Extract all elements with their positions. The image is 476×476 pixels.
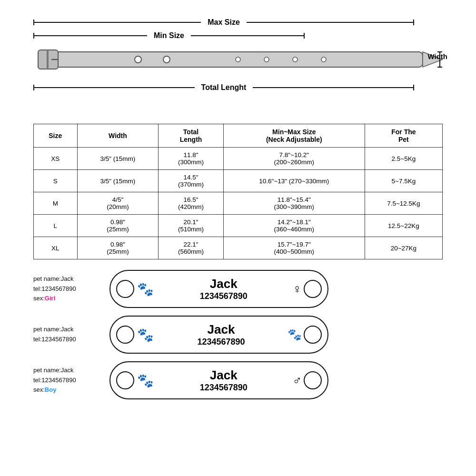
- tag-paw-icon: 🐾: [137, 327, 154, 343]
- table-row: XL0.98"(25mm)22.1"(560mm)15.7"~19.7"(400…: [34, 237, 443, 259]
- tag-info-line: tel:1234567890: [33, 377, 76, 384]
- tag-left-hole: [116, 371, 134, 389]
- col-header-min-max: Min~Max Size(Neck Adjustable): [223, 124, 365, 148]
- table-cell: 15.7"~19.7"(400~500mm): [223, 237, 365, 259]
- table-cell: 7.8"~10.2"(200~260mm): [223, 148, 365, 170]
- tag-shape: 🐾Jack1234567890🐾: [109, 316, 328, 354]
- min-size-arrow: Min Size: [33, 31, 305, 40]
- tag-info: pet name:Jacktel:1234567890sex:Girl: [33, 274, 109, 304]
- tag-row: pet name:Jacktel:1234567890sex:Girl🐾Jack…: [33, 270, 443, 308]
- table-row: M4/5"(20mm)16.5"(420mm)11.8"~15.4"(300~3…: [34, 192, 443, 215]
- col-header-total-length: TotalLength: [159, 124, 224, 148]
- tag-paw-icon: 🐾: [137, 281, 154, 297]
- size-table: Size Width TotalLength Min~Max Size(Neck…: [33, 124, 443, 259]
- tag-right-icon: 🐾: [288, 328, 302, 341]
- svg-point-7: [264, 57, 269, 62]
- tag-text: Jack1234567890: [157, 277, 291, 301]
- table-cell: 4/5"(20mm): [77, 192, 159, 215]
- table-cell: XL: [34, 237, 78, 259]
- max-size-label: Max Size: [201, 18, 247, 27]
- tag-info: pet name:Jacktel:1234567890: [33, 325, 109, 345]
- total-length-arrow: Total Lenght: [33, 83, 414, 92]
- tag-shape: 🐾Jack1234567890♀: [109, 270, 328, 308]
- table-cell: 3/5" (15mm): [77, 148, 159, 170]
- tag-row: pet name:Jacktel:1234567890🐾Jack12345678…: [33, 316, 443, 354]
- pet-tel: 1234567890: [157, 291, 291, 301]
- table-cell: 12.5~22Kg: [365, 215, 442, 237]
- svg-point-8: [293, 57, 298, 62]
- tag-left-hole: [116, 280, 134, 298]
- tag-sex-value: Boy: [45, 386, 57, 393]
- table-cell: XS: [34, 148, 78, 170]
- tag-paw-icon: 🐾: [137, 373, 154, 388]
- table-cell: 10.6"~13" (270~330mm): [223, 170, 365, 192]
- svg-point-4: [135, 56, 141, 63]
- table-cell: 20~27Kg: [365, 237, 442, 259]
- max-size-arrow: Max Size: [33, 18, 414, 27]
- belt-diagram: [33, 45, 443, 76]
- tag-right-icon: ♀: [293, 282, 302, 297]
- pet-name: Jack: [157, 368, 291, 383]
- min-size-label: Min Size: [147, 31, 191, 40]
- table-cell: 14.2"~18.1"(360~460mm): [223, 215, 365, 237]
- col-header-size: Size: [34, 124, 78, 148]
- pet-name: Jack: [157, 277, 291, 291]
- tag-info-line: pet name:Jack: [33, 275, 74, 282]
- svg-point-6: [236, 57, 240, 62]
- tag-sex-label: sex:Boy: [33, 386, 56, 393]
- table-row: L0.98"(25mm)20.1"(510mm)14.2"~18.1"(360~…: [34, 215, 443, 237]
- table-row: XS3/5" (15mm)11.8"(300mm)7.8"~10.2"(200~…: [34, 148, 443, 170]
- table-cell: 22.1"(560mm): [159, 237, 224, 259]
- pet-tel: 1234567890: [157, 337, 286, 347]
- tag-sex-value: Girl: [45, 295, 55, 302]
- table-cell: 11.8"(300mm): [159, 148, 224, 170]
- table-cell: M: [34, 192, 78, 215]
- table-cell: 14.5"(370mm): [159, 170, 224, 192]
- tag-right-hole: [304, 326, 322, 344]
- diagram-section: Max Size Min Size: [33, 14, 443, 114]
- table-cell: 0.98"(25mm): [77, 215, 159, 237]
- width-bracket: [435, 45, 449, 74]
- tag-row: pet name:Jacktel:1234567890sex:Boy🐾Jack1…: [33, 361, 443, 399]
- col-header-for-pet: For ThePet: [365, 124, 442, 148]
- tag-info-line: tel:1234567890: [33, 285, 76, 292]
- size-table-section: Size Width TotalLength Min~Max Size(Neck…: [33, 124, 443, 259]
- table-cell: 3/5" (15mm): [77, 170, 159, 192]
- col-header-width: Width: [77, 124, 159, 148]
- table-row: S3/5" (15mm)14.5"(370mm)10.6"~13" (270~3…: [34, 170, 443, 192]
- tag-sex-label: sex:Girl: [33, 295, 55, 302]
- tag-info-line: tel:1234567890: [33, 336, 76, 343]
- pet-name: Jack: [157, 323, 286, 337]
- svg-point-9: [321, 57, 326, 62]
- tag-text: Jack1234567890: [157, 368, 291, 393]
- svg-rect-2: [47, 50, 49, 69]
- tag-right-icon: ♂: [293, 373, 302, 388]
- tags-section: pet name:Jacktel:1234567890sex:Girl🐾Jack…: [33, 270, 443, 399]
- pet-tel: 1234567890: [157, 383, 291, 393]
- tag-text: Jack1234567890: [157, 323, 286, 347]
- tag-left-hole: [116, 326, 134, 344]
- table-cell: 16.5"(420mm): [159, 192, 224, 215]
- total-length-label: Total Lenght: [195, 83, 253, 92]
- tag-info: pet name:Jacktel:1234567890sex:Boy: [33, 366, 109, 395]
- table-cell: 20.1"(510mm): [159, 215, 224, 237]
- tag-right-hole: [304, 371, 322, 389]
- table-cell: 2.5~5Kg: [365, 148, 442, 170]
- svg-point-5: [163, 56, 170, 63]
- table-cell: L: [34, 215, 78, 237]
- table-cell: 11.8"~15.4"(300~390mm): [223, 192, 365, 215]
- tag-right-hole: [304, 280, 322, 298]
- tag-info-line: pet name:Jack: [33, 367, 74, 374]
- tag-shape: 🐾Jack1234567890♂: [109, 361, 328, 399]
- table-cell: 5~7.5Kg: [365, 170, 442, 192]
- tag-info-line: pet name:Jack: [33, 326, 74, 333]
- table-cell: 7.5~12.5Kg: [365, 192, 442, 215]
- table-cell: S: [34, 170, 78, 192]
- table-cell: 0.98"(25mm): [77, 237, 159, 259]
